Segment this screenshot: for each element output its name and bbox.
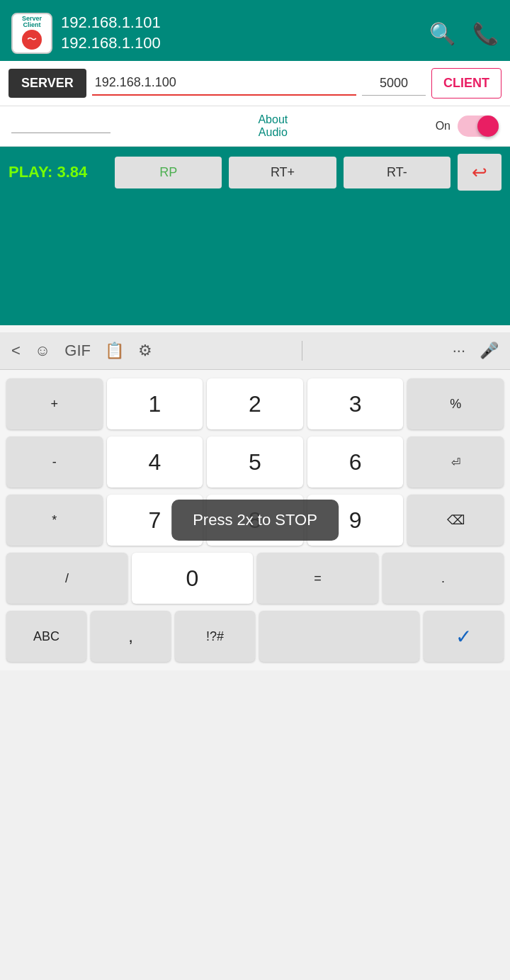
key-dot[interactable]: . <box>382 553 504 604</box>
app-logo: Server Client 〜 <box>11 13 52 54</box>
key-abc[interactable]: ABC <box>6 611 86 662</box>
keyboard-keys: + 1 2 3 % - 4 5 6 ⏎ * 7 8 Press 2x to ST… <box>0 370 510 670</box>
server-button[interactable]: SERVER <box>8 69 86 98</box>
phone-icon[interactable]: 📞 <box>472 21 499 46</box>
hangup-icon: ↩ <box>472 162 487 184</box>
key-row-2: - 4 5 6 ⏎ <box>0 434 510 490</box>
key-5[interactable]: 5 <box>207 437 303 488</box>
search-icon[interactable]: 🔍 <box>429 21 455 46</box>
emoji-icon[interactable]: ☺ <box>35 342 50 360</box>
settings-icon[interactable]: ⚙ <box>138 342 152 360</box>
ip-input[interactable] <box>92 71 356 96</box>
kb-divider <box>302 341 302 361</box>
main-body <box>0 198 510 325</box>
header-ip1: 192.168.1.101 <box>61 13 161 33</box>
key-7[interactable]: 7 <box>107 495 203 546</box>
port-input[interactable] <box>362 72 426 96</box>
toggle-thumb <box>477 116 499 137</box>
toggle-switch[interactable] <box>458 116 499 137</box>
clipboard-icon[interactable]: 📋 <box>105 342 124 360</box>
header-ip2: 192.168.1.100 <box>61 33 161 54</box>
client-button[interactable]: CLIENT <box>431 68 502 98</box>
key-star[interactable]: * <box>6 495 103 546</box>
toolbar-row: SERVER CLIENT <box>0 61 510 106</box>
playback-bar: PLAY: 3.84 RP RT+ RT- ↩ <box>0 147 510 198</box>
key-3[interactable]: 3 <box>307 378 404 429</box>
key-zero[interactable]: 0 <box>132 553 253 604</box>
secondary-left-blank <box>11 119 110 133</box>
rt-plus-button[interactable]: RT+ <box>229 157 336 188</box>
key-enter-right[interactable]: ⏎ <box>407 437 504 488</box>
key-slash[interactable]: / <box>6 553 128 604</box>
toggle-label: On <box>436 120 450 133</box>
key-delete[interactable]: ⌫ <box>407 495 504 546</box>
key-2[interactable]: 2 <box>207 378 303 429</box>
gif-label[interactable]: GIF <box>64 342 91 360</box>
kb-top-icons: < ☺ GIF 📋 ⚙ <box>11 342 152 360</box>
toggle-area: On <box>436 116 499 137</box>
key-comma[interactable]: , <box>91 611 171 662</box>
key-minus[interactable]: - <box>6 437 103 488</box>
header-left: Server Client 〜 192.168.1.101 192.168.1.… <box>11 13 161 54</box>
key-row-3: * 7 8 Press 2x to STOP 9 ⌫ <box>0 492 510 548</box>
about-audio-label[interactable]: AboutAudio <box>258 113 288 139</box>
logo-wave-icon: 〜 <box>27 33 37 46</box>
key-confirm[interactable]: ✓ <box>424 611 504 662</box>
key-percent[interactable]: % <box>407 378 504 429</box>
key-9[interactable]: 9 <box>307 495 404 546</box>
key-4[interactable]: 4 <box>107 437 203 488</box>
key-row-5: ABC , !?# ✓ <box>0 608 510 665</box>
key-row-1: + 1 2 3 % <box>0 376 510 432</box>
hangup-button[interactable]: ↩ <box>458 154 502 191</box>
header-ips: 192.168.1.101 192.168.1.100 <box>61 13 161 53</box>
app-header: Server Client 〜 192.168.1.101 192.168.1.… <box>0 0 510 61</box>
keyboard-area: < ☺ GIF 📋 ⚙ ··· 🎤 + 1 2 3 % - 4 5 6 ⏎ <box>0 325 510 670</box>
mic-icon[interactable]: 🎤 <box>480 342 499 360</box>
play-info: PLAY: 3.84 <box>8 163 108 181</box>
logo-text-bot: Client <box>23 22 40 28</box>
header-icons: 🔍 📞 <box>429 21 499 46</box>
key-special[interactable]: !?# <box>175 611 255 662</box>
more-icon[interactable]: ··· <box>453 342 465 360</box>
secondary-row: AboutAudio On <box>0 106 510 147</box>
logo-circle: 〜 <box>22 30 42 50</box>
keyboard-top-bar: < ☺ GIF 📋 ⚙ ··· 🎤 <box>0 332 510 370</box>
key-6[interactable]: 6 <box>307 437 404 488</box>
key-space[interactable] <box>259 611 419 662</box>
rp-button[interactable]: RP <box>115 157 222 188</box>
key-row-4: / 0 = . <box>0 550 510 607</box>
key-plus[interactable]: + <box>6 378 103 429</box>
rt-minus-button[interactable]: RT- <box>344 157 450 188</box>
key-8[interactable]: 8 <box>207 495 303 546</box>
key-equals[interactable]: = <box>257 553 378 604</box>
keyboard-back-icon[interactable]: < <box>11 342 21 360</box>
key-1[interactable]: 1 <box>107 378 203 429</box>
kb-top-icons-right: ··· 🎤 <box>453 342 499 360</box>
